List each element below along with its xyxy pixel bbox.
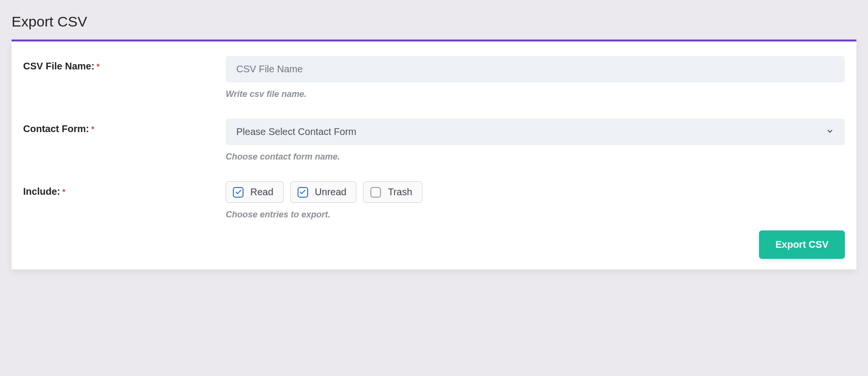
csv-file-name-label-col: CSV File Name: *	[23, 56, 226, 72]
contact-form-label-col: Contact Form: *	[23, 119, 226, 134]
contact-form-select[interactable]: Please Select Contact Form	[226, 119, 845, 145]
page-title: Export CSV	[0, 0, 868, 40]
checkbox-unread-icon	[298, 187, 308, 198]
button-row: Export CSV	[23, 230, 845, 259]
contact-form-help: Choose contact form name.	[226, 152, 845, 162]
checkbox-read-icon	[233, 187, 244, 198]
include-field-col: Read Unread Trash Choose entries to expo…	[226, 181, 845, 220]
include-option-read[interactable]: Read	[226, 181, 284, 203]
contact-form-field-col: Please Select Contact Form Choose contac…	[226, 119, 845, 162]
include-option-trash[interactable]: Trash	[363, 181, 422, 203]
include-help: Choose entries to export.	[226, 210, 845, 220]
include-label-col: Include: *	[23, 181, 226, 197]
row-include: Include: * Read Unread	[23, 181, 845, 220]
csv-file-name-label: CSV File Name:	[23, 61, 95, 71]
export-csv-button[interactable]: Export CSV	[759, 230, 845, 259]
csv-file-name-input[interactable]	[226, 56, 845, 82]
export-csv-card: CSV File Name: * Write csv file name. Co…	[12, 40, 856, 269]
csv-file-name-help: Write csv file name.	[226, 89, 845, 99]
row-csv-file-name: CSV File Name: * Write csv file name.	[23, 56, 845, 99]
checkbox-trash-icon	[370, 187, 381, 198]
include-option-unread[interactable]: Unread	[290, 181, 357, 203]
include-checkbox-group: Read Unread Trash	[226, 181, 845, 203]
include-option-read-label: Read	[250, 187, 273, 198]
include-option-trash-label: Trash	[388, 187, 412, 198]
csv-file-name-field-col: Write csv file name.	[226, 56, 845, 99]
row-contact-form: Contact Form: * Please Select Contact Fo…	[23, 119, 845, 162]
include-label: Include:	[23, 186, 60, 197]
contact-form-label: Contact Form:	[23, 123, 89, 134]
contact-form-selected-text: Please Select Contact Form	[236, 126, 356, 137]
required-mark: *	[96, 63, 99, 71]
required-mark: *	[91, 125, 94, 134]
include-option-unread-label: Unread	[315, 187, 347, 198]
contact-form-select-wrap: Please Select Contact Form	[226, 119, 845, 145]
required-mark: *	[62, 188, 65, 196]
